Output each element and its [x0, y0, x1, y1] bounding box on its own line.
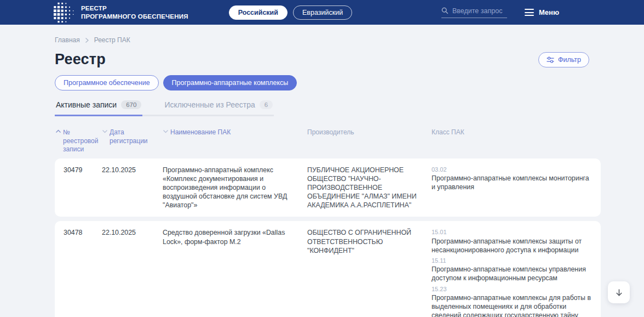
section-tab[interactable]: Программное обеспечение: [55, 75, 159, 90]
breadcrumb-item[interactable]: Главная: [55, 36, 80, 44]
hamburger-icon: [525, 9, 534, 16]
table-row[interactable]: 30479 22.10.2025 Программно-аппаратный к…: [55, 158, 601, 217]
column-header-label: Класс ПАК: [432, 128, 464, 137]
status-tab[interactable]: Исключенные из Реестра6: [163, 97, 274, 116]
column-header-label: Дата регистрации: [110, 128, 153, 145]
column-header-label: Производитель: [307, 128, 354, 137]
class-code: 15.01: [432, 228, 591, 236]
class-item: 03.02Программно-аппаратные комплексы мон…: [432, 166, 591, 192]
column-header[interactable]: Класс ПАК: [432, 128, 601, 154]
column-header[interactable]: Производитель: [307, 128, 432, 154]
breadcrumb-separator-icon: [85, 37, 89, 43]
row-registry-number: 30479: [64, 166, 102, 210]
class-label: Программно-аппаратные комплексы управлен…: [432, 265, 591, 282]
table-header-row: № реестровой записиДата регистрацииНаиме…: [55, 128, 601, 154]
class-code: 15.23: [432, 285, 591, 293]
main-content: ГлавнаяРеестр ПАК Реестр Фильтр Программ…: [55, 36, 601, 317]
breadcrumb-item[interactable]: Реестр ПАК: [94, 36, 130, 44]
class-item: 15.11Программно-аппаратные комплексы упр…: [432, 257, 591, 283]
class-label: Программно-аппаратные комплексы монитори…: [432, 174, 591, 191]
column-header-label: Наименование ПАК: [170, 128, 231, 137]
status-tab-label: Исключенные из Реестра: [164, 100, 255, 109]
filter-sliders-icon: [547, 56, 554, 63]
site-title-line2: ПРОГРАММНОГО ОБЕСПЕЧЕНИЯ: [81, 13, 188, 20]
class-label: Программно-аппаратные комплексы для рабо…: [432, 293, 591, 317]
top-navigation-bar: РЕЕСТР ПРОГРАММНОГО ОБЕСПЕЧЕНИЯ Российск…: [0, 0, 644, 25]
site-logo[interactable]: РЕЕСТР ПРОГРАММНОГО ОБЕСПЕЧЕНИЯ: [53, 2, 188, 24]
class-label: Программно-аппаратные комплексы защиты о…: [432, 237, 591, 254]
row-class-list: 15.01Программно-аппаратные комплексы защ…: [432, 228, 601, 317]
row-registration-date: 22.10.2025: [102, 228, 163, 317]
table-row[interactable]: 30478 22.10.2025 Средство доверенной заг…: [55, 221, 601, 317]
site-title: РЕЕСТР ПРОГРАММНОГО ОБЕСПЕЧЕНИЯ: [81, 4, 188, 20]
registry-tab-inactive[interactable]: Евразийский: [293, 5, 352, 20]
menu-button[interactable]: Меню: [525, 8, 559, 16]
sort-chevron-down-icon: [163, 129, 169, 133]
section-tab[interactable]: Программно-аппаратные комплексы: [163, 75, 297, 90]
class-code: 15.11: [432, 257, 591, 264]
status-tab-label: Активные записи: [56, 100, 117, 109]
registry-tab-active[interactable]: Российский: [229, 5, 288, 20]
registry-section-tabs: Программное обеспечениеПрограммно-аппара…: [55, 75, 601, 90]
row-product-name: Программно-аппаратный комплекс «Комплекс…: [163, 166, 307, 210]
status-tab-count-badge: 670: [121, 100, 141, 109]
row-registration-date: 22.10.2025: [102, 166, 163, 210]
column-header[interactable]: № реестровой записи: [55, 128, 102, 154]
column-header[interactable]: Наименование ПАК: [163, 128, 307, 154]
arrow-down-icon: [614, 288, 624, 297]
row-producer: ПУБЛИЧНОЕ АКЦИОНЕРНОЕ ОБЩЕСТВО "НАУЧНО-П…: [307, 166, 432, 210]
breadcrumb: ГлавнаяРеестр ПАК: [55, 36, 601, 44]
sort-chevron-up-icon: [55, 129, 61, 133]
column-header-label: № реестровой записи: [63, 128, 98, 154]
table-body: 30479 22.10.2025 Программно-аппаратный к…: [55, 158, 601, 317]
class-item: 15.23Программно-аппаратные комплексы для…: [432, 285, 591, 317]
class-code: 03.02: [432, 166, 591, 173]
filter-button[interactable]: Фильтр: [538, 52, 589, 67]
column-header[interactable]: Дата регистрации: [102, 128, 163, 154]
class-item: 15.01Программно-аппаратные комплексы защ…: [432, 228, 591, 254]
status-tab[interactable]: Активные записи670: [55, 97, 142, 116]
site-title-line1: РЕЕСТР: [81, 4, 188, 12]
search-input[interactable]: Введите запрос: [441, 7, 507, 18]
menu-label: Меню: [539, 8, 559, 16]
row-registry-number: 30478: [64, 228, 102, 317]
row-class-list: 03.02Программно-аппаратные комплексы мон…: [432, 166, 601, 210]
registry-type-toggle: РоссийскийЕвразийский: [229, 5, 352, 20]
filter-button-label: Фильтр: [558, 56, 581, 64]
search-icon: [441, 7, 449, 14]
row-producer: ОБЩЕСТВО С ОГРАНИЧЕННОЙ ОТВЕТСТВЕННОСТЬЮ…: [307, 228, 432, 317]
sort-chevron-down-icon: [102, 129, 108, 133]
page: РЕЕСТР ПРОГРАММНОГО ОБЕСПЕЧЕНИЯ Российск…: [0, 0, 644, 317]
registry-table: № реестровой записиДата регистрацииНаиме…: [55, 128, 601, 317]
status-tab-count-badge: 6: [260, 100, 273, 109]
search-placeholder: Введите запрос: [452, 7, 502, 15]
registry-logo-icon: [53, 2, 75, 24]
scroll-down-button[interactable]: [608, 281, 630, 303]
page-title: Реестр: [55, 51, 106, 68]
record-status-tabs: Активные записи670Исключенные из Реестра…: [55, 97, 274, 116]
row-product-name: Средство доверенной загрузки «Dallas Loc…: [163, 228, 307, 317]
